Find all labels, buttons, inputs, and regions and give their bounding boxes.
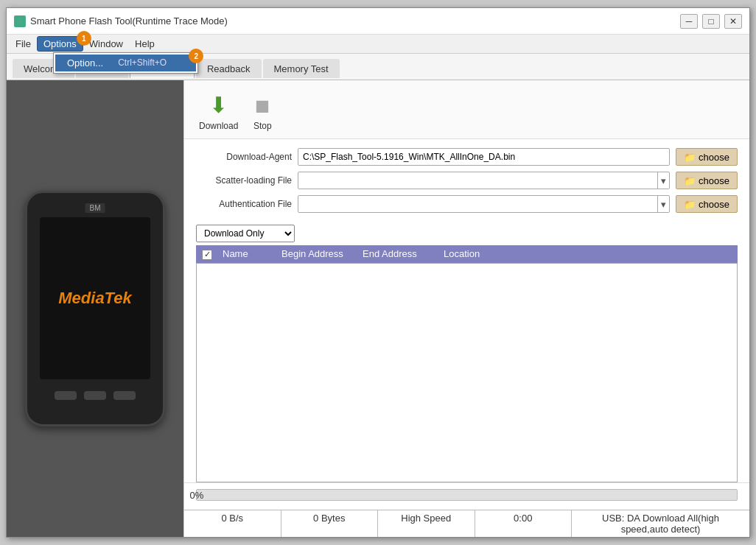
window-title: Smart Phone Flash Tool(Runtime Trace Mod… xyxy=(30,15,228,27)
stop-icon: ⏹ xyxy=(253,95,272,118)
choose-agent-button[interactable]: 📁 choose xyxy=(676,148,738,166)
status-mode: High Speed xyxy=(378,510,475,537)
progress-bar-outer: 0% xyxy=(196,489,738,501)
auth-label: Authentication File xyxy=(196,199,292,209)
table-header-check xyxy=(202,248,223,260)
content-area: ⬇ Download ⏹ Stop Download-Agent 📁 choos… xyxy=(183,80,749,537)
auth-dropdown-arrow[interactable]: ▾ xyxy=(657,196,669,212)
scatter-input[interactable] xyxy=(298,173,657,188)
main-window: Smart Phone Flash Tool(Runtime Trace Mod… xyxy=(6,7,750,538)
choose-scatter-label: choose xyxy=(699,175,729,186)
table-body xyxy=(196,263,738,483)
svg-rect-0 xyxy=(16,17,24,26)
menu-help[interactable]: Help xyxy=(129,37,161,51)
table-header: Name Begin Address End Address Location xyxy=(196,245,738,263)
status-bytes: 0 Bytes xyxy=(281,510,379,537)
phone-btn-menu xyxy=(113,391,136,400)
title-bar-left: Smart Phone Flash Tool(Runtime Trace Mod… xyxy=(14,15,228,27)
download-agent-label: Download-Agent xyxy=(196,152,292,162)
table-col-end: End Address xyxy=(363,248,444,259)
title-bar: Smart Phone Flash Tool(Runtime Trace Mod… xyxy=(7,8,749,35)
badge-1: 1 xyxy=(77,31,91,46)
stop-label: Stop xyxy=(253,121,272,131)
close-button[interactable]: ✕ xyxy=(724,14,742,29)
download-agent-row: Download-Agent 📁 choose xyxy=(196,148,738,166)
dropdown-item-option[interactable]: Option... Ctrl+Shift+O 2 xyxy=(55,54,196,71)
minimize-button[interactable]: ─ xyxy=(680,14,698,29)
phone-image: BM MediaTek xyxy=(25,191,165,426)
phone-brand: MediaTek xyxy=(58,289,131,308)
auth-input-wrapper: ▾ xyxy=(298,195,670,213)
tab-readback[interactable]: Readback xyxy=(196,59,262,78)
phone-screen: MediaTek xyxy=(40,217,150,379)
auth-input[interactable] xyxy=(298,197,657,211)
status-speed: 0 B/s xyxy=(184,510,281,537)
progress-label: 0% xyxy=(190,490,204,501)
select-all-checkbox[interactable] xyxy=(202,250,212,260)
status-connection: USB: DA Download All(high speed,auto det… xyxy=(572,510,749,537)
progress-area: 0% xyxy=(184,482,749,510)
mode-select[interactable]: Download Only Firmware Upgrade Custom Do… xyxy=(196,225,295,242)
form-section: Download-Agent 📁 choose Scatter-loading … xyxy=(184,139,749,222)
choose-agent-label: choose xyxy=(699,152,729,163)
phone-nav-buttons xyxy=(55,391,136,400)
app-icon xyxy=(14,15,26,27)
folder-icon-scatter: 📁 xyxy=(684,175,696,186)
scatter-input-wrapper: ▾ xyxy=(298,172,670,189)
phone-btn-back xyxy=(55,391,77,400)
main-area: BM MediaTek ⬇ Download ⏹ xyxy=(7,80,749,537)
status-bar: 0 B/s 0 Bytes High Speed 0:00 USB: DA Do… xyxy=(184,510,749,537)
status-time: 0:00 xyxy=(475,510,573,537)
scatter-label: Scatter-loading File xyxy=(196,175,292,186)
window-controls: ─ □ ✕ xyxy=(680,14,742,29)
table-col-name: Name xyxy=(223,248,281,259)
choose-auth-label: choose xyxy=(699,199,729,210)
scatter-row: Scatter-loading File ▾ 📁 choose xyxy=(196,172,738,189)
choose-scatter-button[interactable]: 📁 choose xyxy=(676,172,738,189)
choose-auth-button[interactable]: 📁 choose xyxy=(676,195,738,213)
menubar: File Options 1 Window Help Option... Ctr… xyxy=(7,35,749,54)
mode-dropdown-row: Download Only Firmware Upgrade Custom Do… xyxy=(184,222,749,245)
phone-btn-home xyxy=(84,391,106,400)
phone-top-label: BM xyxy=(85,203,105,213)
folder-icon-auth: 📁 xyxy=(684,199,696,210)
sidebar: BM MediaTek xyxy=(7,80,183,537)
maximize-button[interactable]: □ xyxy=(702,14,720,29)
table-col-location: Location xyxy=(444,248,732,259)
scatter-dropdown-arrow[interactable]: ▾ xyxy=(657,172,669,189)
action-bar: ⬇ Download ⏹ Stop xyxy=(184,80,749,139)
table-col-begin: Begin Address xyxy=(281,248,363,259)
auth-row: Authentication File ▾ 📁 choose xyxy=(196,195,738,213)
download-agent-input[interactable] xyxy=(298,148,670,166)
tab-memory-test[interactable]: Memory Test xyxy=(263,59,340,78)
download-icon: ⬇ xyxy=(209,92,228,118)
menu-file[interactable]: File xyxy=(10,37,37,51)
download-button[interactable]: ⬇ Download xyxy=(199,92,238,131)
menu-options[interactable]: Options 1 xyxy=(37,36,83,52)
stop-button[interactable]: ⏹ Stop xyxy=(253,95,272,131)
download-label: Download xyxy=(199,121,238,131)
folder-icon: 📁 xyxy=(684,152,696,163)
options-dropdown: Option... Ctrl+Shift+O 2 xyxy=(53,52,198,74)
